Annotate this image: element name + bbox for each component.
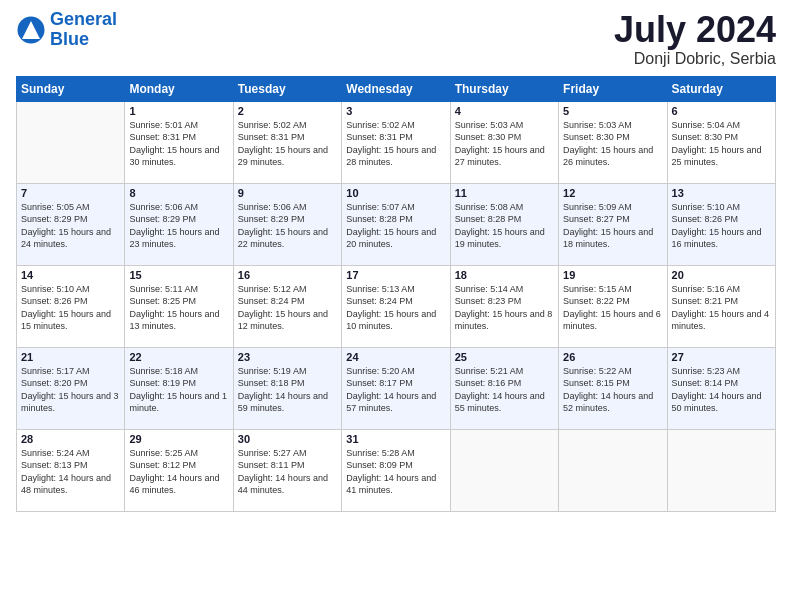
table-row (559, 429, 667, 511)
cell-date: 9 (238, 187, 337, 199)
cell-date: 31 (346, 433, 445, 445)
calendar-header-row: Sunday Monday Tuesday Wednesday Thursday… (17, 76, 776, 101)
table-row: 5Sunrise: 5:03 AMSunset: 8:30 PMDaylight… (559, 101, 667, 183)
cell-info: Sunrise: 5:10 AMSunset: 8:26 PMDaylight:… (672, 201, 771, 251)
cell-date: 11 (455, 187, 554, 199)
col-saturday: Saturday (667, 76, 775, 101)
cell-date: 23 (238, 351, 337, 363)
cell-date: 6 (672, 105, 771, 117)
cell-info: Sunrise: 5:13 AMSunset: 8:24 PMDaylight:… (346, 283, 445, 333)
table-row: 31Sunrise: 5:28 AMSunset: 8:09 PMDayligh… (342, 429, 450, 511)
table-row: 26Sunrise: 5:22 AMSunset: 8:15 PMDayligh… (559, 347, 667, 429)
cell-date: 14 (21, 269, 120, 281)
main-title: July 2024 (614, 10, 776, 50)
cell-date: 13 (672, 187, 771, 199)
cell-date: 10 (346, 187, 445, 199)
table-row: 11Sunrise: 5:08 AMSunset: 8:28 PMDayligh… (450, 183, 558, 265)
table-row: 13Sunrise: 5:10 AMSunset: 8:26 PMDayligh… (667, 183, 775, 265)
cell-info: Sunrise: 5:05 AMSunset: 8:29 PMDaylight:… (21, 201, 120, 251)
cell-date: 24 (346, 351, 445, 363)
table-row: 16Sunrise: 5:12 AMSunset: 8:24 PMDayligh… (233, 265, 341, 347)
cell-date: 27 (672, 351, 771, 363)
table-row: 17Sunrise: 5:13 AMSunset: 8:24 PMDayligh… (342, 265, 450, 347)
table-row: 21Sunrise: 5:17 AMSunset: 8:20 PMDayligh… (17, 347, 125, 429)
cell-info: Sunrise: 5:16 AMSunset: 8:21 PMDaylight:… (672, 283, 771, 333)
cell-info: Sunrise: 5:28 AMSunset: 8:09 PMDaylight:… (346, 447, 445, 497)
calendar-week-row: 28Sunrise: 5:24 AMSunset: 8:13 PMDayligh… (17, 429, 776, 511)
col-wednesday: Wednesday (342, 76, 450, 101)
cell-info: Sunrise: 5:11 AMSunset: 8:25 PMDaylight:… (129, 283, 228, 333)
table-row: 27Sunrise: 5:23 AMSunset: 8:14 PMDayligh… (667, 347, 775, 429)
cell-info: Sunrise: 5:18 AMSunset: 8:19 PMDaylight:… (129, 365, 228, 415)
table-row: 12Sunrise: 5:09 AMSunset: 8:27 PMDayligh… (559, 183, 667, 265)
cell-date: 7 (21, 187, 120, 199)
cell-date: 21 (21, 351, 120, 363)
table-row (450, 429, 558, 511)
header: General Blue July 2024 Donji Dobric, Ser… (16, 10, 776, 68)
table-row: 9Sunrise: 5:06 AMSunset: 8:29 PMDaylight… (233, 183, 341, 265)
table-row: 20Sunrise: 5:16 AMSunset: 8:21 PMDayligh… (667, 265, 775, 347)
col-thursday: Thursday (450, 76, 558, 101)
cell-info: Sunrise: 5:14 AMSunset: 8:23 PMDaylight:… (455, 283, 554, 333)
cell-date: 26 (563, 351, 662, 363)
table-row: 15Sunrise: 5:11 AMSunset: 8:25 PMDayligh… (125, 265, 233, 347)
calendar-week-row: 1Sunrise: 5:01 AMSunset: 8:31 PMDaylight… (17, 101, 776, 183)
cell-info: Sunrise: 5:27 AMSunset: 8:11 PMDaylight:… (238, 447, 337, 497)
cell-info: Sunrise: 5:15 AMSunset: 8:22 PMDaylight:… (563, 283, 662, 333)
cell-date: 17 (346, 269, 445, 281)
cell-info: Sunrise: 5:20 AMSunset: 8:17 PMDaylight:… (346, 365, 445, 415)
table-row: 10Sunrise: 5:07 AMSunset: 8:28 PMDayligh… (342, 183, 450, 265)
table-row: 23Sunrise: 5:19 AMSunset: 8:18 PMDayligh… (233, 347, 341, 429)
cell-info: Sunrise: 5:09 AMSunset: 8:27 PMDaylight:… (563, 201, 662, 251)
cell-info: Sunrise: 5:04 AMSunset: 8:30 PMDaylight:… (672, 119, 771, 169)
subtitle: Donji Dobric, Serbia (614, 50, 776, 68)
cell-date: 19 (563, 269, 662, 281)
table-row: 19Sunrise: 5:15 AMSunset: 8:22 PMDayligh… (559, 265, 667, 347)
table-row: 7Sunrise: 5:05 AMSunset: 8:29 PMDaylight… (17, 183, 125, 265)
cell-date: 1 (129, 105, 228, 117)
cell-info: Sunrise: 5:06 AMSunset: 8:29 PMDaylight:… (129, 201, 228, 251)
cell-info: Sunrise: 5:19 AMSunset: 8:18 PMDaylight:… (238, 365, 337, 415)
table-row (17, 101, 125, 183)
cell-date: 12 (563, 187, 662, 199)
cell-info: Sunrise: 5:06 AMSunset: 8:29 PMDaylight:… (238, 201, 337, 251)
cell-date: 30 (238, 433, 337, 445)
cell-info: Sunrise: 5:03 AMSunset: 8:30 PMDaylight:… (563, 119, 662, 169)
cell-info: Sunrise: 5:08 AMSunset: 8:28 PMDaylight:… (455, 201, 554, 251)
calendar-week-row: 21Sunrise: 5:17 AMSunset: 8:20 PMDayligh… (17, 347, 776, 429)
cell-info: Sunrise: 5:17 AMSunset: 8:20 PMDaylight:… (21, 365, 120, 415)
cell-date: 25 (455, 351, 554, 363)
cell-info: Sunrise: 5:02 AMSunset: 8:31 PMDaylight:… (238, 119, 337, 169)
cell-date: 28 (21, 433, 120, 445)
table-row: 14Sunrise: 5:10 AMSunset: 8:26 PMDayligh… (17, 265, 125, 347)
table-row (667, 429, 775, 511)
table-row: 8Sunrise: 5:06 AMSunset: 8:29 PMDaylight… (125, 183, 233, 265)
cell-info: Sunrise: 5:03 AMSunset: 8:30 PMDaylight:… (455, 119, 554, 169)
cell-date: 15 (129, 269, 228, 281)
col-friday: Friday (559, 76, 667, 101)
table-row: 6Sunrise: 5:04 AMSunset: 8:30 PMDaylight… (667, 101, 775, 183)
table-row: 29Sunrise: 5:25 AMSunset: 8:12 PMDayligh… (125, 429, 233, 511)
calendar-week-row: 14Sunrise: 5:10 AMSunset: 8:26 PMDayligh… (17, 265, 776, 347)
cell-info: Sunrise: 5:24 AMSunset: 8:13 PMDaylight:… (21, 447, 120, 497)
cell-date: 8 (129, 187, 228, 199)
cell-info: Sunrise: 5:01 AMSunset: 8:31 PMDaylight:… (129, 119, 228, 169)
cell-date: 2 (238, 105, 337, 117)
table-row: 4Sunrise: 5:03 AMSunset: 8:30 PMDaylight… (450, 101, 558, 183)
cell-date: 4 (455, 105, 554, 117)
cell-info: Sunrise: 5:23 AMSunset: 8:14 PMDaylight:… (672, 365, 771, 415)
calendar: Sunday Monday Tuesday Wednesday Thursday… (16, 76, 776, 512)
table-row: 25Sunrise: 5:21 AMSunset: 8:16 PMDayligh… (450, 347, 558, 429)
cell-info: Sunrise: 5:10 AMSunset: 8:26 PMDaylight:… (21, 283, 120, 333)
cell-date: 29 (129, 433, 228, 445)
table-row: 30Sunrise: 5:27 AMSunset: 8:11 PMDayligh… (233, 429, 341, 511)
cell-date: 18 (455, 269, 554, 281)
cell-info: Sunrise: 5:25 AMSunset: 8:12 PMDaylight:… (129, 447, 228, 497)
table-row: 1Sunrise: 5:01 AMSunset: 8:31 PMDaylight… (125, 101, 233, 183)
cell-info: Sunrise: 5:02 AMSunset: 8:31 PMDaylight:… (346, 119, 445, 169)
col-sunday: Sunday (17, 76, 125, 101)
col-tuesday: Tuesday (233, 76, 341, 101)
cell-info: Sunrise: 5:22 AMSunset: 8:15 PMDaylight:… (563, 365, 662, 415)
cell-date: 22 (129, 351, 228, 363)
col-monday: Monday (125, 76, 233, 101)
